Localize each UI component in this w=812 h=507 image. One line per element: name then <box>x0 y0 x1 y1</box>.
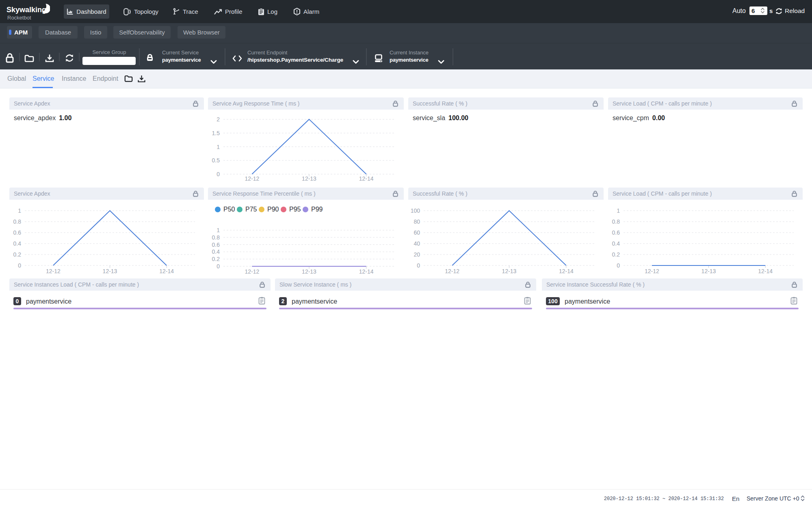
svg-text:12-12: 12-12 <box>445 268 459 274</box>
svg-text:100: 100 <box>411 207 420 214</box>
svg-text:12-13: 12-13 <box>302 268 316 275</box>
svg-text:40: 40 <box>414 240 420 247</box>
svg-text:0.8: 0.8 <box>212 234 220 241</box>
svg-text:1: 1 <box>18 207 21 214</box>
svg-text:0.6: 0.6 <box>612 229 620 236</box>
svg-text:12-13: 12-13 <box>702 268 716 274</box>
svg-text:P90: P90 <box>267 206 279 213</box>
svg-text:0.8: 0.8 <box>13 218 22 225</box>
svg-text:12-14: 12-14 <box>159 268 174 274</box>
svg-text:12-13: 12-13 <box>302 175 316 182</box>
svg-text:12-14: 12-14 <box>359 175 374 182</box>
svg-text:P75: P75 <box>245 206 257 213</box>
svg-text:0.2: 0.2 <box>612 251 620 258</box>
svg-text:0.2: 0.2 <box>212 256 220 262</box>
svg-text:0.8: 0.8 <box>612 218 620 225</box>
svg-text:0: 0 <box>217 263 220 270</box>
svg-text:0.5: 0.5 <box>212 157 220 164</box>
svg-text:12-12: 12-12 <box>645 268 659 274</box>
svg-text:12-14: 12-14 <box>359 268 374 275</box>
svg-text:60: 60 <box>414 229 420 236</box>
svg-text:0: 0 <box>217 171 220 177</box>
svg-text:12-13: 12-13 <box>502 268 517 274</box>
svg-text:20: 20 <box>414 251 420 258</box>
svg-text:0.6: 0.6 <box>212 242 220 248</box>
svg-text:P99: P99 <box>311 206 323 213</box>
svg-text:12-12: 12-12 <box>46 268 61 274</box>
svg-text:0.4: 0.4 <box>13 240 22 247</box>
svg-text:12-13: 12-13 <box>103 268 117 274</box>
svg-text:12-14: 12-14 <box>559 268 574 274</box>
svg-text:0.4: 0.4 <box>612 240 620 247</box>
svg-text:0.2: 0.2 <box>13 251 22 258</box>
svg-text:12-12: 12-12 <box>245 175 259 182</box>
svg-text:0.6: 0.6 <box>13 229 22 236</box>
svg-text:2: 2 <box>217 116 220 123</box>
svg-text:0: 0 <box>18 262 21 269</box>
svg-text:12-14: 12-14 <box>758 268 773 274</box>
svg-text:12-12: 12-12 <box>245 268 259 275</box>
svg-text:80: 80 <box>414 218 420 225</box>
svg-text:0: 0 <box>617 262 620 269</box>
svg-text:1: 1 <box>217 227 220 233</box>
svg-text:1: 1 <box>217 144 220 150</box>
svg-text:0: 0 <box>417 262 420 269</box>
svg-text:P50: P50 <box>223 206 235 213</box>
svg-text:0.4: 0.4 <box>212 248 220 255</box>
svg-text:1: 1 <box>617 207 620 214</box>
svg-text:1.5: 1.5 <box>212 130 220 136</box>
svg-text:P95: P95 <box>289 206 301 213</box>
